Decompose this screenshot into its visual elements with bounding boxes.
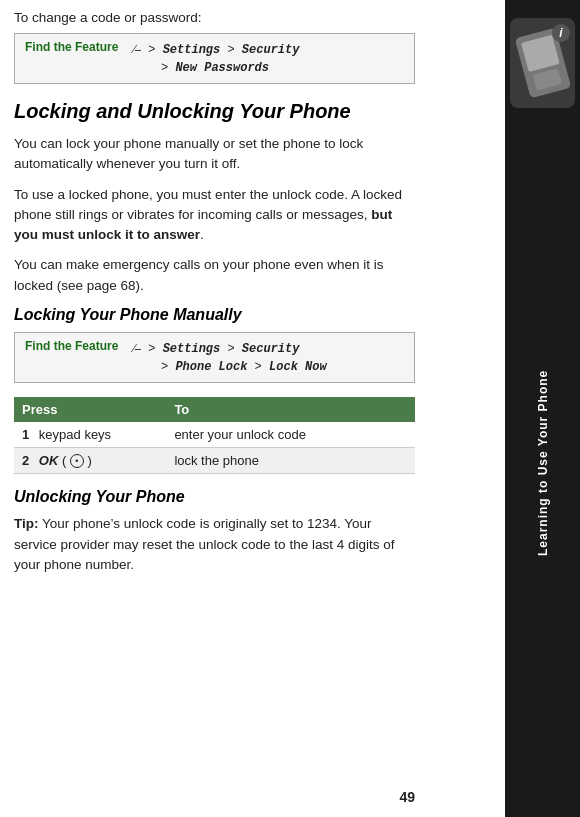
subsection2-heading: Unlocking Your Phone [14,488,415,506]
find-feature-label-2: Find the Feature [25,339,125,353]
table-header-to: To [166,397,415,422]
sidebar-label: Learning to Use Your Phone [536,118,550,807]
row-press-2-ok: OK [39,453,59,468]
subsection1-heading: Locking Your Phone Manually [14,306,415,324]
table-row: 1 keypad keys enter your unlock code [14,422,415,448]
find-feature-label-1: Find the Feature [25,40,125,54]
circle-button-icon: • [70,454,84,468]
tip-text: Your phone’s unlock code is originally s… [14,516,394,572]
section1-para2-prefix: To use a locked phone, you must enter th… [14,187,402,222]
page-number: 49 [399,789,415,805]
section1-para1: You can lock your phone manually or set … [14,134,415,175]
section1-heading: Locking and Unlocking Your Phone [14,98,415,124]
table-row: 2 OK ( • ) lock the phone [14,447,415,474]
table-cell-press-2: 2 OK ( • ) [14,447,166,474]
subsection2-tip: Tip: Your phone’s unlock code is origina… [14,514,415,575]
find-feature-box-2: Find the Feature ∕– > Settings > Securit… [14,332,415,383]
section1-para3: You can make emergency calls on your pho… [14,255,415,296]
tip-label: Tip: [14,516,39,531]
intro-text: To change a code or password: [14,10,415,25]
path-text-2b: > Phone Lock > Lock Now [133,360,327,374]
press-table: Press To 1 keypad keys enter your unlock… [14,397,415,475]
table-header-press: Press [14,397,166,422]
section1-para2: To use a locked phone, you must enter th… [14,185,415,246]
menu-symbol-2: ∕– [133,341,141,355]
table-header-row: Press To [14,397,415,422]
phone-keypad [532,68,561,90]
find-feature-path-1: ∕– > Settings > Security > New Passwords [133,40,299,77]
phone-screen [521,35,560,72]
table-cell-to-2: lock the phone [166,447,415,474]
find-feature-box-1: Find the Feature ∕– > Settings > Securit… [14,33,415,84]
row-press-1: keypad keys [39,427,111,442]
path-text-1a: > Settings > Security [148,43,299,57]
section1-para2-suffix: . [200,227,204,242]
row-num-1: 1 [22,427,29,442]
path-text-1b: > New Passwords [133,61,269,75]
table-cell-press-1: 1 keypad keys [14,422,166,448]
right-sidebar: i Learning to Use Your Phone [505,0,580,817]
table-cell-to-1: enter your unlock code [166,422,415,448]
info-badge: i [552,24,570,42]
path-text-2a: > Settings > Security [148,342,299,356]
info-icon-area: i [510,18,575,108]
find-feature-path-2: ∕– > Settings > Security > Phone Lock > … [133,339,327,376]
menu-symbol-1: ∕– [133,42,141,56]
row-press-2-btn: ( • ) [62,453,92,468]
row-num-2: 2 [22,453,29,468]
